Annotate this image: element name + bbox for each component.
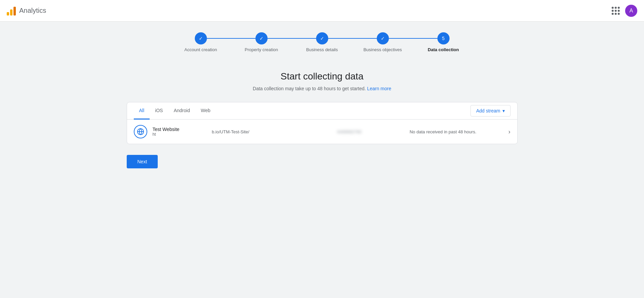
step-2-connector: ✓ xyxy=(231,32,292,44)
logo-bar-3 xyxy=(13,7,16,15)
step-5-connector: 5 xyxy=(413,32,474,44)
step-3-circle: ✓ xyxy=(316,32,328,44)
stream-panel: All iOS Android Web Add stream ▾ Test We… xyxy=(127,102,518,144)
next-button[interactable]: Next xyxy=(127,155,158,168)
stream-status: No data received in past 48 hours. xyxy=(383,129,503,134)
dropdown-arrow-icon: ▾ xyxy=(502,108,505,113)
stream-tabs: All iOS Android Web Add stream ▾ xyxy=(127,102,517,120)
page-title: Start collecting data xyxy=(127,71,518,82)
tab-ios[interactable]: iOS xyxy=(150,102,168,120)
chevron-right-icon: › xyxy=(509,128,511,135)
step-3: ✓ Business details xyxy=(292,32,352,52)
app-title: Analytics xyxy=(19,7,46,14)
stream-proto: ht xyxy=(153,132,207,137)
step-4-connector: ✓ xyxy=(352,32,413,44)
step-1-connector: ✓ xyxy=(171,32,231,44)
stream-tabs-left: All iOS Android Web xyxy=(134,102,216,119)
apps-icon[interactable] xyxy=(612,7,620,15)
step-2-label: Property creation xyxy=(245,47,278,52)
stream-name: Test Website xyxy=(153,127,207,132)
step-1-label: Account creation xyxy=(184,47,217,52)
add-stream-button[interactable]: Add stream ▾ xyxy=(470,105,511,117)
tab-all[interactable]: All xyxy=(134,102,150,120)
step-3-label: Business details xyxy=(306,47,338,52)
globe-icon xyxy=(134,125,147,138)
add-stream-label: Add stream xyxy=(476,108,500,113)
header-left: Analytics xyxy=(7,6,46,15)
step-2: ✓ Property creation xyxy=(231,32,292,52)
subtitle-text: Data collection may take up to 48 hours … xyxy=(253,86,366,91)
analytics-logo xyxy=(7,6,16,15)
stream-item[interactable]: Test Website ht b.io/UTM-Test-Site/ 6499… xyxy=(127,120,517,144)
step-5: 5 Data collection xyxy=(413,32,474,52)
stream-url: b.io/UTM-Test-Site/ xyxy=(212,129,332,134)
stream-id: 6499992760 xyxy=(337,129,378,134)
step-5-label: Data collection xyxy=(428,47,459,52)
tab-web[interactable]: Web xyxy=(195,102,216,120)
step-3-connector: ✓ xyxy=(292,32,352,44)
content-header: Start collecting data Data collection ma… xyxy=(127,71,518,91)
page-subtitle: Data collection may take up to 48 hours … xyxy=(127,86,518,91)
main-content: Start collecting data Data collection ma… xyxy=(120,58,524,182)
step-1: ✓ Account creation xyxy=(171,32,231,52)
step-5-circle: 5 xyxy=(437,32,450,44)
step-4-label: Business objectives xyxy=(363,47,402,52)
user-avatar[interactable]: A xyxy=(625,5,637,17)
tab-android[interactable]: Android xyxy=(168,102,195,120)
step-1-circle: ✓ xyxy=(195,32,207,44)
step-4: ✓ Business objectives xyxy=(352,32,413,52)
stepper: ✓ Account creation ✓ Property creation ✓… xyxy=(0,22,644,58)
logo-bar-1 xyxy=(7,12,9,15)
step-2-circle: ✓ xyxy=(255,32,268,44)
stepper-inner: ✓ Account creation ✓ Property creation ✓… xyxy=(171,32,474,52)
learn-more-link[interactable]: Learn more xyxy=(367,86,391,91)
stream-info: Test Website ht xyxy=(153,127,207,137)
header: Analytics A xyxy=(0,0,644,22)
logo-bar-2 xyxy=(10,9,12,15)
step-4-circle: ✓ xyxy=(377,32,389,44)
header-right: A xyxy=(612,5,637,17)
